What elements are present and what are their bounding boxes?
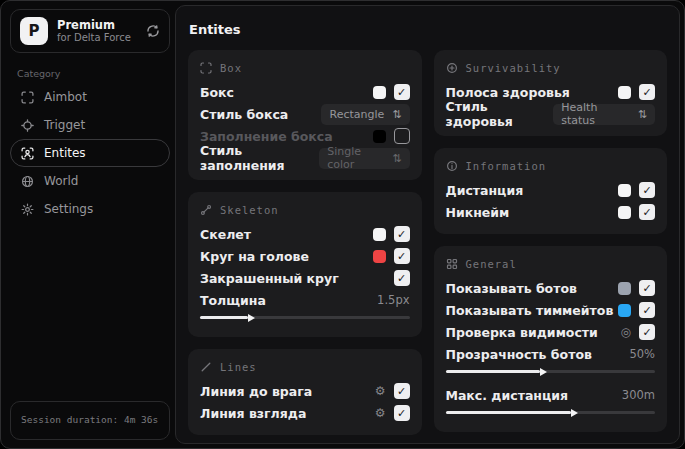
checkbox-checked[interactable]: ✓ <box>394 383 410 399</box>
checkbox-checked[interactable]: ✓ <box>639 84 655 100</box>
checkbox-checked[interactable]: ✓ <box>394 226 410 242</box>
updown-arrows-icon: ⇅ <box>392 109 401 120</box>
brand-text: Premium for Delta Force <box>57 18 137 45</box>
right-column: Survivability Полоса здоровья ✓ Стиль зд… <box>434 50 668 432</box>
sidebar-item-trigget[interactable]: Trigget <box>10 111 170 139</box>
card-title: Information <box>466 160 547 172</box>
slider-track[interactable] <box>446 411 656 414</box>
setting-row-bot-opacity: Прозрачность ботов 50% <box>446 343 656 365</box>
card-title: Box <box>220 62 242 74</box>
checkbox-checked[interactable]: ✓ <box>394 84 410 100</box>
checkbox-checked[interactable]: ✓ <box>639 324 655 340</box>
main-panel: Entites Box Бокс <box>175 5 680 444</box>
sidebar-item-entites[interactable]: Entites <box>10 139 170 167</box>
dropdown-value: Health status <box>561 101 630 127</box>
setting-label: Показывать ботов <box>446 281 577 296</box>
updown-arrows-icon: ⇅ <box>638 109 647 120</box>
grid-icon <box>446 258 458 270</box>
dropdown-value: Single color <box>327 145 384 171</box>
sidebar-item-label: Settings <box>44 202 93 216</box>
color-swatch[interactable] <box>618 282 631 295</box>
app-window: P Premium for Delta Force Category <box>0 0 685 449</box>
color-swatch[interactable] <box>373 250 386 263</box>
slider-thumb[interactable] <box>571 409 578 417</box>
setting-label: Скелет <box>200 227 251 242</box>
health-style-dropdown[interactable]: Health status ⇅ <box>553 104 655 125</box>
check-icon: ✓ <box>642 305 651 316</box>
fill-style-dropdown[interactable]: Single color ⇅ <box>319 148 409 169</box>
color-swatch[interactable] <box>618 304 631 317</box>
bone-icon <box>200 204 212 216</box>
bot-opacity-slider[interactable] <box>446 365 656 380</box>
slider-thumb[interactable] <box>248 314 255 322</box>
setting-label: Закрашенный круг <box>200 271 339 286</box>
sidebar-item-world[interactable]: World <box>10 167 170 195</box>
line-icon <box>200 361 212 373</box>
card-general: General Показывать ботов ✓ Показывать ти… <box>434 246 668 432</box>
check-icon: ✓ <box>642 207 651 218</box>
slider-thumb[interactable] <box>540 368 547 376</box>
sidebar-item-aimbot[interactable]: Aimbot <box>10 83 170 111</box>
checkbox-checked[interactable]: ✓ <box>639 302 655 318</box>
setting-label: Дистанция <box>446 183 524 198</box>
setting-row-line-to-enemy: Линия до врага ⚙ ✓ <box>200 380 410 402</box>
entities-scan-icon <box>21 147 34 160</box>
setting-label: Никнейм <box>446 205 510 220</box>
card-survivability-header: Survivability <box>446 62 656 74</box>
sidebar-item-label: Trigget <box>44 118 85 132</box>
setting-row-max-distance: Макс. дистанция 300m <box>446 384 656 406</box>
slider-value: 1.5px <box>377 293 409 307</box>
check-icon: ✓ <box>397 386 406 397</box>
checkbox-checked[interactable]: ✓ <box>639 204 655 220</box>
setting-row-boks: Бокс ✓ <box>200 81 410 103</box>
checkbox-checked[interactable]: ✓ <box>394 405 410 421</box>
card-box: Box Бокс ✓ Стиль бокса Rectangle ⇅ <box>188 50 422 180</box>
setting-label: Круг на голове <box>200 249 309 264</box>
setting-label: Стиль заполнения <box>200 143 319 173</box>
setting-row-head-circle: Круг на голове ✓ <box>200 245 410 267</box>
checkbox-unchecked[interactable] <box>394 128 410 144</box>
setting-row-show-bots: Показывать ботов ✓ <box>446 277 656 299</box>
color-swatch[interactable] <box>373 130 386 143</box>
sidebar-item-label: World <box>44 174 78 188</box>
checkbox-checked[interactable]: ✓ <box>639 182 655 198</box>
category-label: Category <box>17 68 170 79</box>
sync-icon[interactable] <box>146 24 160 38</box>
card-title: Skeleton <box>220 204 279 216</box>
slider-track[interactable] <box>200 316 410 319</box>
color-swatch[interactable] <box>373 86 386 99</box>
dropdown-value: Rectangle <box>329 108 384 121</box>
setting-label: Макс. дистанция <box>446 388 569 403</box>
card-box-header: Box <box>200 62 410 74</box>
slider-track[interactable] <box>446 370 656 373</box>
setting-row-nickname: Никнейм ✓ <box>446 201 656 223</box>
setting-label: Показывать тиммейтов <box>446 303 614 318</box>
thickness-slider[interactable] <box>200 311 410 326</box>
color-swatch[interactable] <box>373 228 386 241</box>
sidebar-item-settings[interactable]: Settings <box>10 195 170 223</box>
checkbox-checked[interactable]: ✓ <box>394 248 410 264</box>
setting-label: Линия взгляда <box>200 406 306 421</box>
color-swatch[interactable] <box>618 206 631 219</box>
check-icon: ✓ <box>397 408 406 419</box>
setting-row-filled-circle: Закрашенный круг ✓ <box>200 267 410 289</box>
card-information-header: Information <box>446 160 656 172</box>
color-swatch[interactable] <box>618 184 631 197</box>
line-settings-gear-icon[interactable]: ⚙ <box>375 385 386 397</box>
card-survivability: Survivability Полоса здоровья ✓ Стиль зд… <box>434 50 668 136</box>
color-swatch[interactable] <box>618 86 631 99</box>
card-title: General <box>466 258 517 270</box>
card-skeleton-header: Skeleton <box>200 204 410 216</box>
max-distance-slider[interactable] <box>446 406 656 421</box>
setting-label: Прозрачность ботов <box>446 347 592 362</box>
checkbox-checked[interactable]: ✓ <box>394 270 410 286</box>
card-lines-header: Lines <box>200 361 410 373</box>
line-settings-gear-icon[interactable]: ⚙ <box>375 407 386 419</box>
slider-fill <box>200 316 248 319</box>
aimbot-crosshair-icon <box>21 91 34 104</box>
box-style-dropdown[interactable]: Rectangle ⇅ <box>321 104 409 125</box>
checkbox-checked[interactable]: ✓ <box>639 280 655 296</box>
card-information: Information Дистанция ✓ Никнейм ✓ <box>434 148 668 234</box>
session-duration-text: Session duration: 4m 36s <box>21 414 158 425</box>
check-icon: ✓ <box>642 185 651 196</box>
